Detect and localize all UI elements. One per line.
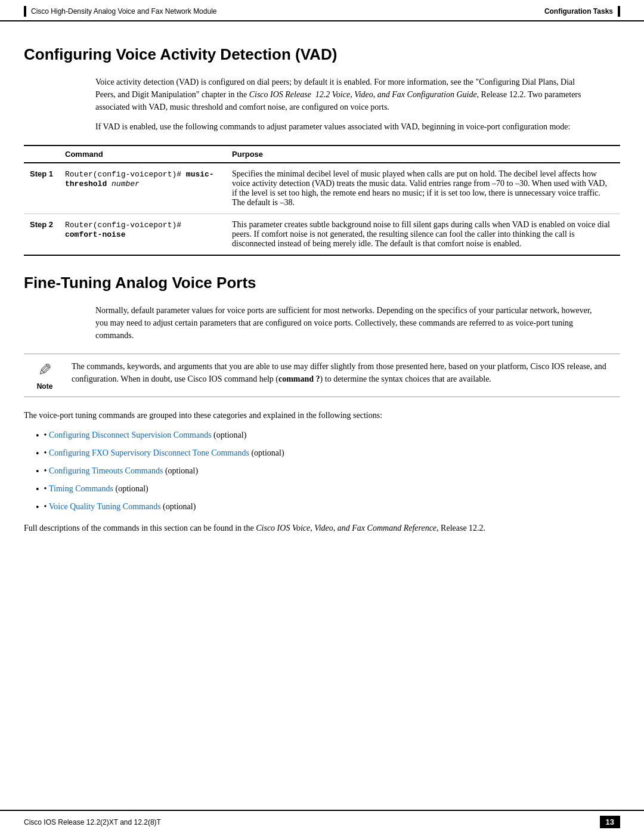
- table-step-header: [24, 145, 59, 163]
- step2-label: Step 2: [24, 214, 59, 256]
- link-voice-quality[interactable]: Voice Quality Tuning Commands: [49, 502, 161, 511]
- bullet-icon: •: [44, 447, 49, 459]
- list-item: • Configuring Disconnect Supervision Com…: [36, 429, 620, 443]
- steps-table: Command Purpose Step 1 Router(config-voi…: [24, 145, 620, 256]
- step1-command: Router(config-voiceport)# music-threshol…: [59, 163, 226, 214]
- step1-cmd-italic: number: [107, 179, 140, 188]
- bullet-suffix-1: (optional): [249, 448, 284, 457]
- header-bar-right-icon: [618, 6, 620, 17]
- bullet-icon: •: [44, 482, 49, 495]
- header-right: Configuration Tasks: [544, 6, 620, 17]
- footer-page-number: 13: [600, 816, 620, 828]
- list-item: • Timing Commands (optional): [36, 482, 620, 497]
- bullet-suffix-0: (optional): [212, 431, 247, 439]
- page-header: Cisco High-Density Analog Voice and Fax …: [0, 0, 644, 21]
- note-container: ✎ Note The commands, keywords, and argum…: [24, 354, 620, 397]
- bullet-suffix-3: (optional): [113, 484, 148, 493]
- section1-heading: Configuring Voice Activity Detection (VA…: [24, 45, 620, 64]
- bullet-icon: •: [44, 429, 49, 441]
- step1-purpose: Specifies the minimal decibel level of m…: [226, 163, 620, 214]
- step2-command: Router(config-voiceport)# comfort-noise: [59, 214, 226, 256]
- list-item: • Configuring Timeouts Commands (optiona…: [36, 465, 620, 479]
- table-purpose-header: Purpose: [226, 145, 620, 163]
- pencil-icon: ✎: [38, 360, 52, 380]
- footer-release-text: Cisco IOS Release 12.2(2)XT and 12.2(8)T: [24, 818, 161, 826]
- bullet-suffix-4: (optional): [161, 502, 196, 511]
- bullet-icon: •: [44, 465, 49, 477]
- outro-book-title: Cisco IOS Voice, Video, and Fax Command …: [256, 524, 436, 532]
- note-text: The commands, keywords, and arguments th…: [72, 360, 620, 385]
- table-command-header: Command: [59, 145, 226, 163]
- header-left-title: Cisco High-Density Analog Voice and Fax …: [31, 7, 216, 16]
- section2-heading: Fine-Tuning Analog Voice Ports: [24, 274, 620, 292]
- link-timing[interactable]: Timing Commands: [49, 484, 113, 493]
- footer-page-number-area: 13: [600, 816, 620, 828]
- link-timeouts[interactable]: Configuring Timeouts Commands: [49, 466, 163, 475]
- note-icon-area: ✎ Note: [24, 360, 72, 391]
- link-disconnect-supervision[interactable]: Configuring Disconnect Supervision Comma…: [49, 431, 212, 439]
- section1-intro2: If VAD is enabled, use the following com…: [95, 120, 596, 133]
- table-row: Step 2 Router(config-voiceport)# comfort…: [24, 214, 620, 256]
- table-row: Step 1 Router(config-voiceport)# music-t…: [24, 163, 620, 214]
- step2-cmd-prefix: Router(config-voiceport)#: [65, 221, 181, 230]
- link-fxo-supervisory[interactable]: Configuring FXO Supervisory Disconnect T…: [49, 448, 249, 457]
- step1-label: Step 1: [24, 163, 59, 214]
- section2-intro2: The voice-port tuning commands are group…: [24, 409, 620, 422]
- page-footer: Cisco IOS Release 12.2(2)XT and 12.2(8)T…: [0, 810, 644, 833]
- header-left: Cisco High-Density Analog Voice and Fax …: [24, 6, 216, 17]
- bullet-list: • Configuring Disconnect Supervision Com…: [36, 429, 620, 515]
- section1-intro1: Voice activity detection (VAD) is config…: [95, 76, 596, 113]
- bullet-icon: •: [44, 500, 49, 513]
- section1-book-title: Cisco IOS Release 12.2 Voice, Video, and…: [249, 90, 479, 99]
- header-bar-left-icon: [24, 6, 26, 17]
- section2-intro1: Normally, default parameter values for v…: [95, 304, 596, 342]
- step2-purpose: This parameter creates subtle background…: [226, 214, 620, 256]
- step2-cmd-bold: comfort-noise: [65, 230, 125, 239]
- note-label: Note: [37, 382, 53, 391]
- section2-outro: Full descriptions of the commands in thi…: [24, 522, 620, 534]
- header-right-title: Configuration Tasks: [544, 7, 613, 16]
- step1-cmd-prefix: Router(config-voiceport)#: [65, 170, 186, 179]
- main-content: Configuring Voice Activity Detection (VA…: [0, 21, 644, 810]
- bullet-suffix-2: (optional): [163, 466, 198, 475]
- list-item: • Configuring FXO Supervisory Disconnect…: [36, 447, 620, 461]
- list-item: • Voice Quality Tuning Commands (optiona…: [36, 500, 620, 515]
- note-bold-cmd: command ?: [278, 374, 320, 383]
